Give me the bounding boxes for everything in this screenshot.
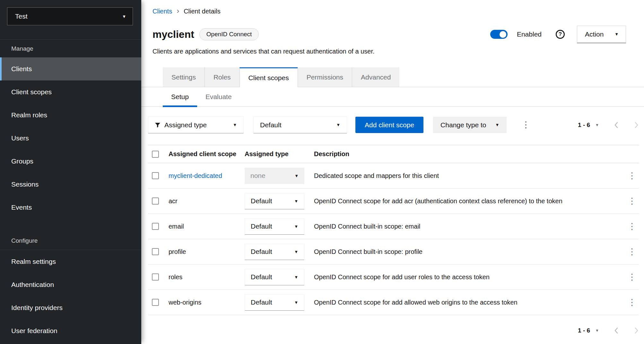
header-controls: Enabled ? Action ▼ <box>490 26 626 43</box>
assigned-type-dropdown[interactable]: Default ▼ <box>245 218 304 235</box>
sidebar-item-label: User federation <box>11 327 57 335</box>
tab-label: Roles <box>213 73 231 81</box>
scope-name: acr <box>169 197 245 205</box>
sidebar-item-client-scopes[interactable]: Client scopes <box>0 80 141 104</box>
scope-description: OpenID Connect built-in scope: profile <box>314 248 623 256</box>
subtab-evaluate[interactable]: Evaluate <box>197 87 240 106</box>
scope-description: OpenID Connect scope for add acr (authen… <box>314 197 623 205</box>
action-dropdown-label: Action <box>585 30 604 38</box>
select-all-checkbox[interactable] <box>152 151 159 158</box>
sidebar-item-sessions[interactable]: Sessions <box>0 173 141 196</box>
row-checkbox[interactable] <box>152 172 159 179</box>
subtab-setup[interactable]: Setup <box>163 87 197 106</box>
client-scopes-table: Assigned client scope Assigned type Desc… <box>148 145 639 315</box>
sidebar-item-realm-roles[interactable]: Realm roles <box>0 104 141 127</box>
scope-description: OpenID Connect built-in scope: email <box>314 223 623 230</box>
row-kebab-icon[interactable]: ⋮ <box>628 248 636 256</box>
next-page-icon[interactable] <box>634 327 639 334</box>
table-toolbar: Assigned type ▼ Default ▼ Add client sco… <box>148 116 639 133</box>
toggle-knob-icon <box>500 31 506 38</box>
assigned-type-value: Default <box>251 248 272 256</box>
pagination-nav <box>614 327 639 334</box>
change-type-dropdown[interactable]: Change type to ▼ <box>433 117 507 133</box>
tab-settings[interactable]: Settings <box>163 67 205 87</box>
page-description: Clients are applications and services th… <box>152 48 626 55</box>
previous-page-icon[interactable] <box>614 121 619 129</box>
action-dropdown-button[interactable]: Action ▼ <box>577 26 626 43</box>
caret-down-icon: ▼ <box>495 122 500 127</box>
caret-down-icon: ▼ <box>614 32 619 37</box>
row-checkbox[interactable] <box>152 248 159 255</box>
table-row: myclient-dedicated none ▼ Dedicated scop… <box>148 163 639 189</box>
tabs-bar: Settings Roles Client scopes Permissions… <box>141 67 644 87</box>
add-client-scope-button[interactable]: Add client scope <box>355 117 423 133</box>
scope-description: OpenID Connect scope for add user roles … <box>314 273 623 281</box>
main-content: Clients › Client details myclient OpenID… <box>141 0 644 344</box>
sidebar-item-authentication[interactable]: Authentication <box>0 273 141 296</box>
caret-down-icon: ▼ <box>294 199 298 204</box>
assigned-type-value: Default <box>251 273 272 281</box>
caret-down-icon: ▼ <box>294 224 298 229</box>
row-kebab-icon[interactable]: ⋮ <box>628 298 636 307</box>
enabled-label: Enabled <box>517 30 542 38</box>
protocol-badge: OpenID Connect <box>199 28 259 40</box>
row-kebab-icon[interactable]: ⋮ <box>628 222 636 231</box>
enabled-toggle[interactable] <box>490 30 508 39</box>
previous-page-icon[interactable] <box>614 327 619 334</box>
next-page-icon[interactable] <box>634 121 639 129</box>
caret-down-icon: ▼ <box>294 300 298 305</box>
assigned-type-dropdown[interactable]: Default ▼ <box>245 244 304 260</box>
sidebar-item-realm-settings[interactable]: Realm settings <box>0 250 141 273</box>
filter-type-label: Assigned type <box>164 121 207 129</box>
assigned-type-dropdown[interactable]: Default ▼ <box>245 294 304 311</box>
row-checkbox[interactable] <box>152 273 159 281</box>
nav-group-manage-label: Manage <box>0 40 141 57</box>
assigned-type-value: Default <box>251 298 272 306</box>
scope-name: email <box>169 223 245 230</box>
tab-permissions[interactable]: Permissions <box>298 67 352 87</box>
row-checkbox[interactable] <box>152 223 159 230</box>
row-kebab-icon[interactable]: ⋮ <box>628 197 636 206</box>
tab-client-scopes[interactable]: Client scopes <box>239 67 298 87</box>
assigned-type-dropdown[interactable]: Default ▼ <box>245 269 304 285</box>
sidebar-item-label: Users <box>11 134 29 142</box>
sidebar-item-label: Sessions <box>11 180 39 188</box>
assigned-type-dropdown[interactable]: Default ▼ <box>245 193 304 209</box>
sidebar-item-label: Events <box>11 204 32 211</box>
toolbar-kebab-icon[interactable]: ⋮ <box>521 121 530 129</box>
subtabs-bar: Setup Evaluate <box>141 87 644 107</box>
table-row: email Default ▼ OpenID Connect built-in … <box>148 214 639 239</box>
pagination-caret-icon[interactable]: ▼ <box>595 123 599 127</box>
page-header: Clients › Client details myclient OpenID… <box>141 0 644 55</box>
scope-name: profile <box>169 248 245 256</box>
sidebar-item-user-federation[interactable]: User federation <box>0 319 141 342</box>
pagination-caret-icon[interactable]: ▼ <box>595 328 599 333</box>
sidebar-item-groups[interactable]: Groups <box>0 150 141 173</box>
row-kebab-icon[interactable]: ⋮ <box>628 172 636 180</box>
filter-value-dropdown[interactable]: Default ▼ <box>253 116 347 133</box>
table-row: web-origins Default ▼ OpenID Connect sco… <box>148 290 639 315</box>
caret-down-icon: ▼ <box>122 14 126 19</box>
row-kebab-icon[interactable]: ⋮ <box>628 273 636 281</box>
row-checkbox[interactable] <box>152 299 159 306</box>
chevron-right-icon: › <box>177 7 179 16</box>
breadcrumb-clients-link[interactable]: Clients <box>152 8 172 15</box>
realm-selector[interactable]: Test ▼ <box>7 7 133 25</box>
sidebar-item-identity-providers[interactable]: Identity providers <box>0 296 141 319</box>
scope-name: roles <box>169 273 245 281</box>
breadcrumb: Clients › Client details <box>152 7 626 16</box>
scope-name-link[interactable]: myclient-dedicated <box>169 172 245 180</box>
row-checkbox[interactable] <box>152 197 159 205</box>
filter-type-dropdown[interactable]: Assigned type ▼ <box>148 116 244 133</box>
tab-advanced[interactable]: Advanced <box>352 67 399 87</box>
sidebar-item-users[interactable]: Users <box>0 127 141 150</box>
assigned-type-value: Default <box>251 197 272 205</box>
breadcrumb-current: Client details <box>184 8 221 15</box>
sidebar: Test ▼ Manage Clients Client scopes Real… <box>0 0 141 344</box>
help-icon[interactable]: ? <box>556 30 565 39</box>
caret-down-icon: ▼ <box>233 122 237 127</box>
sidebar-item-clients[interactable]: Clients <box>0 57 141 80</box>
pagination-nav <box>614 121 639 129</box>
tab-roles[interactable]: Roles <box>205 67 239 87</box>
sidebar-item-events[interactable]: Events <box>0 196 141 219</box>
